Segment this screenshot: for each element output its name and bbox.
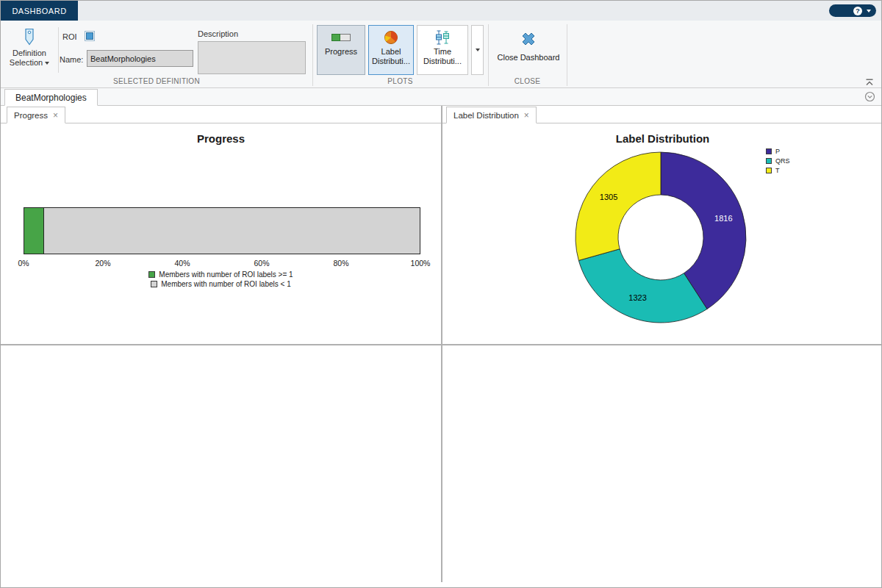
progress-panel: Progress × Progress 0%20%40%60%80%100% M…	[1, 106, 441, 344]
legend-item: T	[766, 167, 790, 174]
legend-label: P	[775, 148, 780, 155]
progress-bar-chart	[24, 207, 420, 254]
close-dashboard-button[interactable]: Close Dashboard	[495, 25, 562, 75]
legend-item: QRS	[766, 157, 790, 165]
tab-beatmorphologies[interactable]: BeatMorphologies	[4, 89, 98, 106]
chevron-down-icon	[476, 49, 480, 51]
label-distribution-panel: Label Distribution × Label Distribution …	[442, 106, 882, 344]
roi-label: ROI	[62, 32, 77, 41]
axis-tick-label: 100%	[411, 259, 431, 268]
legend-label: Members with number of ROI labels < 1	[161, 280, 290, 288]
donut-legend: PQRST	[766, 148, 790, 174]
definition-selection-button[interactable]: Definition Selection	[2, 23, 57, 83]
close-x-icon	[520, 31, 537, 47]
label-distribution-plot-label-line2: Distributi...	[372, 57, 410, 66]
time-distribution-plot-label-line2: Distributi...	[423, 57, 462, 66]
label-distribution-plot-label-line1: Label	[381, 47, 401, 57]
label-distribution-chart-title: Label Distribution	[442, 132, 882, 145]
definition-selection-line1: Definition	[12, 49, 46, 57]
legend-swatch	[766, 158, 772, 164]
legend-item: Members with number of ROI labels < 1	[151, 280, 290, 288]
close-dashboard-label: Close Dashboard	[498, 53, 560, 62]
definition-selection-line2: Selection	[10, 58, 43, 67]
axis-tick-label: 60%	[254, 259, 269, 268]
chevron-down-icon	[45, 62, 49, 65]
empty-panel-bottom-right	[442, 345, 882, 582]
section-caption-close: CLOSE	[488, 77, 567, 85]
label-distribution-plot-button[interactable]: Label Distributi...	[368, 25, 414, 75]
progress-chart-title: Progress	[1, 132, 441, 145]
empty-panel-bottom-left	[1, 345, 441, 582]
box-plot-icon	[434, 29, 451, 46]
progress-plot-button[interactable]: Progress	[317, 25, 365, 75]
time-distribution-plot-button[interactable]: Time Distributi...	[417, 25, 468, 75]
axis-tick-label: 40%	[174, 259, 190, 268]
axis-tick-label: 80%	[333, 259, 348, 268]
donut-value-label: 1816	[714, 214, 732, 223]
legend-swatch	[148, 271, 155, 278]
close-tab-button[interactable]: ×	[524, 111, 529, 120]
time-distribution-plot-label-line1: Time	[434, 47, 451, 57]
label-distribution-panel-tab-bar: Label Distribution ×	[442, 106, 882, 123]
legend-item: P	[766, 148, 790, 155]
legend-swatch	[766, 168, 772, 173]
roi-icon	[84, 30, 96, 45]
donut-value-label: 1323	[628, 293, 646, 302]
description-label: Description	[198, 29, 238, 38]
collapse-toolstrip-button[interactable]	[864, 78, 875, 87]
document-tab-bar: BeatMorphologies	[1, 88, 881, 106]
legend-label: T	[775, 167, 780, 174]
donut-value-label: 1305	[600, 193, 617, 201]
roi-name-input[interactable]	[87, 50, 193, 67]
app-window: DASHBOARD ? Definition Selection ROI N	[0, 0, 882, 588]
pie-chart-icon	[384, 29, 398, 46]
help-button[interactable]: ?	[829, 4, 876, 17]
legend-swatch	[766, 148, 772, 154]
document-actions-button[interactable]	[864, 91, 875, 102]
legend-swatch	[151, 281, 157, 287]
toolstrip-separator	[58, 27, 59, 73]
legend-item: Members with number of ROI labels >= 1	[148, 270, 293, 279]
axis-tick-label: 0%	[18, 259, 29, 268]
label-distribution-panel-tab[interactable]: Label Distribution ×	[446, 107, 537, 123]
name-label: Name:	[60, 55, 83, 64]
chevron-down-icon	[867, 10, 871, 12]
progress-axis-ticks: 0%20%40%60%80%100%	[24, 259, 420, 269]
legend-label: Members with number of ROI labels >= 1	[159, 270, 293, 279]
progress-panel-tab-label: Progress	[14, 111, 48, 120]
progress-bar-segment-filled	[24, 208, 44, 254]
legend-label: QRS	[775, 157, 790, 165]
label-distribution-panel-tab-label: Label Distribution	[453, 111, 519, 120]
tab-dashboard[interactable]: DASHBOARD	[1, 1, 78, 21]
section-caption-selected-definition: SELECTED DEFINITION	[1, 77, 312, 85]
dashboard-grid: Progress × Progress 0%20%40%60%80%100% M…	[1, 106, 881, 582]
close-tab-button[interactable]: ×	[53, 111, 58, 120]
progress-bar-segment-rest	[44, 208, 420, 254]
tag-icon	[21, 27, 38, 46]
ribbon-tab-bar: DASHBOARD ?	[1, 1, 881, 21]
target-icon	[864, 91, 875, 102]
collapse-ribbon-icon	[865, 79, 874, 86]
progress-plot-label-line1: Progress	[325, 47, 357, 57]
section-caption-plots: PLOTS	[312, 77, 488, 85]
donut-slice-t	[576, 152, 661, 260]
toolstrip-separator	[567, 24, 567, 86]
donut-chart-svg: 181613231305	[442, 150, 882, 344]
donut-slice-qrs	[578, 249, 707, 323]
progress-legend: Members with number of ROI labels >= 1Me…	[1, 270, 441, 288]
help-icon: ?	[853, 7, 862, 15]
toolstrip: Definition Selection ROI Name: Descripti…	[1, 21, 881, 88]
definition-selection-label: Definition Selection	[10, 49, 49, 68]
plots-gallery-dropdown-button[interactable]	[471, 25, 484, 75]
progress-panel-tab-bar: Progress ×	[1, 106, 441, 123]
progress-bar-icon	[331, 29, 351, 46]
progress-panel-tab[interactable]: Progress ×	[7, 107, 65, 123]
axis-tick-label: 20%	[95, 259, 110, 268]
description-textarea[interactable]	[198, 41, 306, 74]
